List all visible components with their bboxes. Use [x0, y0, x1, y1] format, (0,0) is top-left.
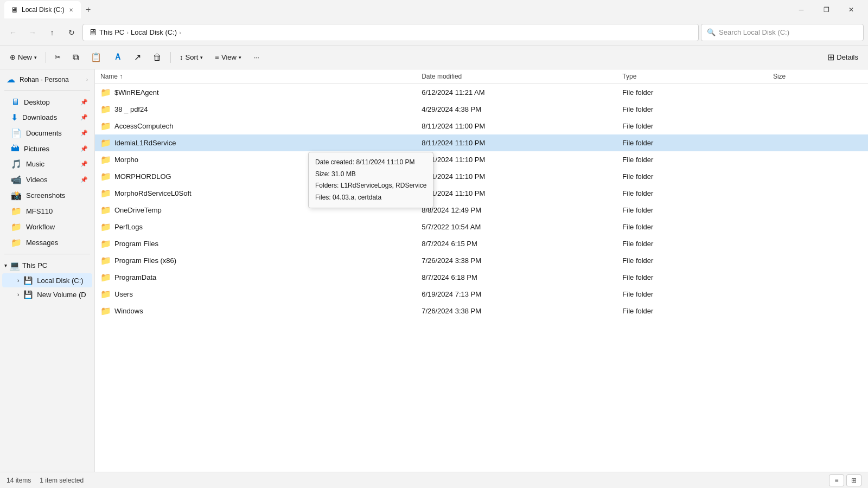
copy-button[interactable]: ⧉	[67, 49, 84, 66]
tooltip-files: Files: 04.03.a, certdata	[315, 192, 426, 204]
search-bar[interactable]: 🔍 Search Local Disk (C:)	[701, 24, 864, 41]
close-button[interactable]: ✕	[839, 1, 864, 18]
more-button[interactable]: ···	[248, 49, 265, 66]
file-name-cell: 📁 Windows	[95, 303, 416, 319]
pin-icon: 📌	[80, 130, 88, 137]
sidebar-item-pictures[interactable]: 🏔 Pictures 📌	[2, 141, 92, 156]
col-header-name[interactable]: Name ↑	[95, 69, 416, 84]
file-name: Program Files	[114, 240, 158, 248]
drive-icon: 💾	[23, 276, 33, 285]
sidebar-item-label: Screenshots	[26, 191, 65, 200]
pin-icon: 📌	[80, 114, 88, 121]
sidebar-item-icon: 📁	[11, 237, 22, 248]
breadcrumb[interactable]: 🖥 This PC › Local Disk (C:) ›	[82, 24, 699, 41]
sidebar-item-desktop[interactable]: 🖥 Desktop 📌	[2, 94, 92, 110]
table-row[interactable]: 📁 Program Files 8/7/2024 6:15 PM File fo…	[95, 235, 868, 252]
sidebar-item-mfs110[interactable]: 📁 MFS110	[2, 203, 92, 219]
sidebar-item-music[interactable]: 🎵 Music 📌	[2, 156, 92, 172]
table-row[interactable]: 📁 38 _ pdf24 4/29/2024 4:38 PM File fold…	[95, 101, 868, 118]
paste-button[interactable]: 📋	[85, 49, 107, 66]
up-button[interactable]: ↑	[43, 24, 61, 41]
delete-icon: 🗑	[153, 53, 162, 62]
file-name: OneDriveTemp	[114, 206, 162, 214]
new-button[interactable]: ⊕ New ▾	[4, 49, 42, 66]
col-header-date[interactable]: Date modified	[416, 69, 617, 84]
table-row[interactable]: 📁 AccessComputech 8/11/2024 11:00 PM Fil…	[95, 118, 868, 134]
toolbar: ⊕ New ▾ ✂ ⧉ 📋 Ａ ↗ 🗑 ↕ Sort ▾ ≡ View ▾ ··…	[0, 46, 868, 69]
file-size	[768, 269, 868, 286]
file-type: File folder	[617, 202, 768, 219]
minimize-button[interactable]: ─	[789, 1, 814, 18]
sidebar-item-icon: 📹	[11, 175, 22, 185]
file-name-cell: 📁 AccessComputech	[95, 118, 416, 134]
new-tab-button[interactable]: +	[81, 2, 96, 17]
back-button[interactable]: ←	[4, 24, 22, 41]
folder-icon: 📁	[100, 138, 111, 148]
table-row[interactable]: 📁 MorphoRdServiceL0Soft 8/11/2024 11:10 …	[95, 185, 868, 202]
col-header-size[interactable]: Size	[768, 69, 868, 84]
table-row[interactable]: 📁 Windows 7/26/2024 3:38 PM File folder	[95, 303, 868, 319]
table-row[interactable]: 📁 Program Files (x86) 7/26/2024 3:38 PM …	[95, 252, 868, 269]
table-row[interactable]: 📁 Morpho 8/11/2024 11:10 PM File folder	[95, 151, 868, 168]
table-row[interactable]: 📁 IdemiaL1RdService 8/11/2024 11:10 PM F…	[95, 134, 868, 151]
table-row[interactable]: 📁 $WinREAgent 6/12/2024 11:21 AM File fo…	[95, 84, 868, 101]
file-date: 8/11/2024 11:00 PM	[416, 118, 617, 134]
breadcrumb-drive[interactable]: Local Disk (C:)	[131, 28, 177, 36]
sidebar-item-workflow[interactable]: 📁 Workflow	[2, 219, 92, 235]
file-name-cell: 📁 PerfLogs	[95, 219, 416, 235]
forward-button[interactable]: →	[24, 24, 41, 41]
file-name-cell: 📁 IdemiaL1RdService	[95, 134, 416, 151]
sort-dropdown-icon: ▾	[200, 55, 203, 60]
folder-icon: 📁	[100, 155, 111, 165]
sidebar-item-local-disk-c:[interactable]: › 💾 Local Disk (C:)	[2, 273, 92, 287]
file-size	[768, 202, 868, 219]
breadcrumb-thispc[interactable]: This PC	[99, 28, 124, 36]
sidebar-item-downloads[interactable]: ⬇ Downloads 📌	[2, 110, 92, 125]
window-controls: ─ ❐ ✕	[789, 1, 864, 18]
sidebar-item-screenshots[interactable]: 📸 Screenshots	[2, 188, 92, 203]
refresh-button[interactable]: ↻	[63, 24, 80, 41]
share-button[interactable]: ↗	[129, 49, 146, 66]
sidebar-item-documents[interactable]: 📄 Documents 📌	[2, 125, 92, 141]
folder-icon: 📁	[100, 289, 111, 299]
sidebar-item-new-volume-d[interactable]: › 💾 New Volume (D	[2, 287, 92, 301]
details-button[interactable]: ⊞ Details	[822, 49, 864, 66]
delete-button[interactable]: 🗑	[148, 49, 167, 66]
sidebar-item-persona[interactable]: ☁ Rohan - Persona ›	[2, 72, 92, 87]
folder-icon: 📁	[100, 306, 111, 316]
search-placeholder: Search Local Disk (C:)	[719, 28, 789, 36]
sidebar-item-videos[interactable]: 📹 Videos 📌	[2, 172, 92, 188]
maximize-button[interactable]: ❐	[814, 1, 839, 18]
tab-close-button[interactable]: ✕	[68, 6, 74, 14]
pin-icon: 📌	[80, 160, 88, 168]
file-name: IdemiaL1RdService	[114, 139, 176, 147]
table-row[interactable]: 📁 ProgramData 8/7/2024 6:18 PM File fold…	[95, 269, 868, 286]
table-row[interactable]: 📁 Users 6/19/2024 7:13 PM File folder	[95, 286, 868, 303]
sort-button[interactable]: ↕ Sort ▾	[174, 49, 208, 66]
rename-button[interactable]: Ａ	[108, 49, 127, 66]
new-icon: ⊕	[10, 53, 16, 61]
grid-view-button[interactable]: ⊞	[846, 474, 861, 486]
status-bar: 14 items 1 item selected ≡ ⊞	[0, 472, 868, 488]
active-tab[interactable]: 🖥 Local Disk (C:) ✕	[4, 1, 81, 18]
sidebar-item-messages[interactable]: 📁 Messages	[2, 235, 92, 251]
file-type: File folder	[617, 185, 768, 202]
view-button[interactable]: ≡ View ▾	[209, 49, 247, 66]
table-row[interactable]: 📁 MORPHORDLOG 8/11/2024 11:10 PM File fo…	[95, 168, 868, 185]
folder-icon: 📁	[100, 222, 111, 232]
file-table-body: 📁 $WinREAgent 6/12/2024 11:21 AM File fo…	[95, 84, 868, 320]
tooltip-size: Size: 31.0 MB	[315, 169, 426, 181]
sidebar-item-label: Pictures	[24, 145, 49, 153]
table-row[interactable]: 📁 OneDriveTemp 8/8/2024 12:49 PM File fo…	[95, 202, 868, 219]
list-view-button[interactable]: ≡	[829, 474, 844, 486]
file-date: 8/11/2024 11:10 PM	[416, 134, 617, 151]
search-icon: 🔍	[707, 28, 716, 36]
cut-button[interactable]: ✂	[49, 49, 66, 66]
file-name: Users	[114, 290, 133, 298]
paste-icon: 📋	[91, 52, 101, 62]
table-row[interactable]: 📁 PerfLogs 5/7/2022 10:54 AM File folder	[95, 219, 868, 235]
sidebar-thispc-header[interactable]: ▾ 💻 This PC	[0, 258, 94, 273]
file-table: Name ↑ Date modified Type Size 📁 $WinREA…	[95, 69, 868, 319]
file-type: File folder	[617, 286, 768, 303]
col-header-type[interactable]: Type	[617, 69, 768, 84]
